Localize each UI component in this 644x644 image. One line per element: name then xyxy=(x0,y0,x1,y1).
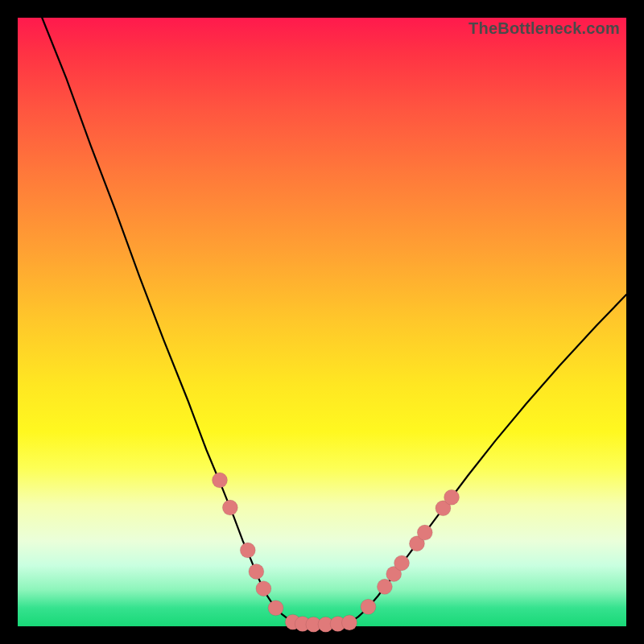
bottleneck-curve xyxy=(42,18,626,625)
marker-left-0 xyxy=(212,473,227,488)
chart-plot-area: TheBottleneck.com xyxy=(18,18,626,626)
marker-right-1 xyxy=(377,579,392,594)
marker-left-1 xyxy=(222,500,237,515)
marker-left-3 xyxy=(249,564,264,579)
marker-bottom-5 xyxy=(342,615,357,630)
marker-left-5 xyxy=(268,601,283,616)
marker-right-0 xyxy=(361,599,376,614)
marker-left-2 xyxy=(240,543,255,558)
marker-right-3 xyxy=(394,555,410,571)
marker-right-7 xyxy=(444,489,460,505)
chart-svg xyxy=(18,18,626,626)
marker-right-5 xyxy=(417,525,432,540)
marker-left-4 xyxy=(256,581,271,597)
markers-group xyxy=(212,473,459,632)
